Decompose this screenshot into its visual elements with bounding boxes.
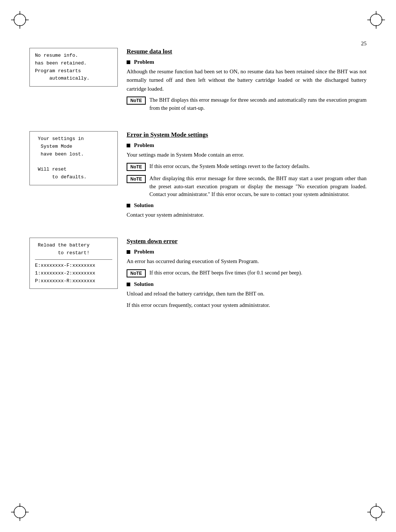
right-col-resume: Resume data lost Problem Although the re… xyxy=(127,48,367,116)
code-box-sysdown: Reload the battery to restart! E:xxxxxxx… xyxy=(29,238,118,289)
bullet-icon xyxy=(127,283,130,286)
solution-text-sysdown-2: If this error occurs frequently, contact… xyxy=(127,301,367,309)
solution-block-sysmode: Solution Contact your system administrat… xyxy=(127,202,367,219)
code-line: System Mode xyxy=(35,143,112,151)
code-line: has been retained. xyxy=(35,60,112,67)
code-line: Your settings in xyxy=(35,135,112,143)
code-line: Will reset xyxy=(35,166,112,174)
left-col-sysmode: Your settings in System Mode have been l… xyxy=(29,131,118,185)
code-box-divider xyxy=(35,259,112,260)
code-line: P:xxxxxxxx-R:xxxxxxxx xyxy=(35,277,112,285)
code-line xyxy=(35,158,112,166)
bullet-icon xyxy=(127,60,130,64)
problem-text-sysmode: Your settings made in System Mode contai… xyxy=(127,151,367,159)
page-number: 25 xyxy=(361,41,367,47)
section-error-system-mode: Your settings in System Mode have been l… xyxy=(29,131,367,222)
note-text-sysmode-1: After displaying this error message for … xyxy=(149,175,367,199)
code-line: Program restarts xyxy=(35,67,112,75)
solution-block-sysdown: Solution Unload and reload the battery c… xyxy=(127,281,367,310)
section-system-down: Reload the battery to restart! E:xxxxxxx… xyxy=(29,238,367,312)
code-line: E:xxxxxxxx-F:xxxxxxxx xyxy=(35,262,112,270)
section-title-sysmode: Error in System Mode settings xyxy=(127,131,367,139)
content-area: No resume info. has been retained. Progr… xyxy=(29,48,367,503)
right-col-sysdown: System down error Problem An error has o… xyxy=(127,238,367,312)
note-icon: NoTE xyxy=(127,97,146,105)
note-block-resume-0: NoTE The BHT displays this error message… xyxy=(127,96,367,112)
solution-text-sysdown-1: Unload and reload the battery cartridge,… xyxy=(127,290,367,298)
problem-label-resume: Problem xyxy=(127,59,367,65)
right-col-sysmode: Error in System Mode settings Problem Yo… xyxy=(127,131,367,222)
code-line: 1:xxxxxxxx-2:xxxxxxxx xyxy=(35,270,112,277)
note-text-sysmode-0: If this error occurs, the System Mode se… xyxy=(149,162,310,171)
code-box-sysmode: Your settings in System Mode have been l… xyxy=(29,131,118,185)
svg-point-0 xyxy=(14,14,26,26)
svg-point-5 xyxy=(370,14,382,26)
note-icon-label: NoTE xyxy=(127,175,146,183)
left-col-sysdown: Reload the battery to restart! E:xxxxxxx… xyxy=(29,238,118,289)
solution-label-sysdown: Solution xyxy=(127,281,367,287)
svg-point-10 xyxy=(14,506,26,518)
note-text-resume-0: The BHT displays this error message for … xyxy=(149,96,367,112)
code-line: to defaults. xyxy=(35,174,112,181)
bullet-icon xyxy=(127,204,130,207)
problem-text-sysdown: An error has occurred during execution o… xyxy=(127,257,367,266)
svg-point-15 xyxy=(370,506,382,518)
corner-mark-bl xyxy=(11,503,29,521)
note-icon-label: NoTE xyxy=(127,97,146,105)
note-text-sysdown-0: If this error occurs, the BHT beeps five… xyxy=(149,269,302,277)
left-col-resume: No resume info. has been retained. Progr… xyxy=(29,48,118,87)
section-resume-data-lost: No resume info. has been retained. Progr… xyxy=(29,48,367,116)
note-block-sysdown-0: NoTE If this error occurs, the BHT beeps… xyxy=(127,269,367,277)
note-icon-label: NoTE xyxy=(127,269,146,277)
solution-label-sysmode: Solution xyxy=(127,202,367,209)
note-icon: NoTE xyxy=(127,175,146,183)
corner-mark-br xyxy=(367,503,385,521)
corner-mark-tr xyxy=(367,11,385,29)
problem-text-resume: Although the resume function had been se… xyxy=(127,67,367,93)
note-block-sysmode-1: NoTE After displaying this error message… xyxy=(127,175,367,199)
bullet-icon xyxy=(127,250,130,254)
code-line: Reload the battery xyxy=(35,242,112,249)
section-title-sysdown: System down error xyxy=(127,238,367,245)
code-line: have been lost. xyxy=(35,151,112,158)
section-title-resume: Resume data lost xyxy=(127,48,367,55)
note-block-sysmode-0: NoTE If this error occurs, the System Mo… xyxy=(127,162,367,171)
bullet-icon xyxy=(127,144,130,147)
corner-mark-tl xyxy=(11,11,29,29)
code-box-resume: No resume info. has been retained. Progr… xyxy=(29,48,118,87)
code-line: automatically. xyxy=(35,75,112,83)
note-icon: NoTE xyxy=(127,163,146,171)
note-icon: NoTE xyxy=(127,269,146,277)
note-icon-label: NoTE xyxy=(127,163,146,171)
problem-label-sysdown: Problem xyxy=(127,249,367,255)
problem-label-sysmode: Problem xyxy=(127,142,367,148)
code-line: to restart! xyxy=(35,249,112,257)
code-line: No resume info. xyxy=(35,52,112,60)
solution-text-sysmode: Contact your system administrator. xyxy=(127,211,367,219)
